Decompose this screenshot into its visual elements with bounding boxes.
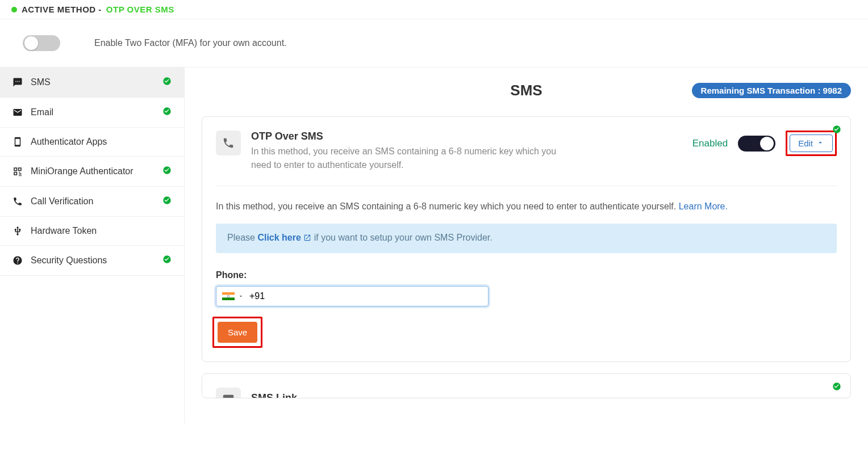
body-text-pre: In this method, you receive an SMS conta… — [216, 201, 679, 211]
edit-highlight: Edit — [786, 131, 837, 156]
learn-more-link[interactable]: Learn More. — [679, 201, 728, 211]
usb-icon — [12, 226, 23, 236]
sidebar-item-label: MiniOrange Authenticator — [31, 166, 133, 176]
caret-down-icon — [238, 291, 244, 301]
sidebar-item-call-verification[interactable]: Call Verification — [0, 187, 184, 217]
sidebar-item-label: Hardware Token — [31, 226, 97, 236]
phone-input-group[interactable] — [216, 286, 489, 306]
sidebar-item-sms[interactable]: SMS — [0, 68, 184, 98]
sidebar: SMS Email Authenticator Apps — [0, 68, 185, 424]
main-panel: SMS Remaining SMS Transaction : 9982 OTP… — [185, 68, 868, 424]
country-flag-select[interactable] — [222, 291, 244, 301]
sidebar-item-email[interactable]: Email — [0, 98, 184, 128]
method-description: In this method, you receive an SMS conta… — [251, 145, 569, 172]
phone-square-icon — [216, 131, 241, 155]
method-title: SMS Link — [251, 392, 837, 398]
enable-mfa-row: Enable Two Factor (MFA) for your own acc… — [0, 19, 868, 68]
sms-link-icon — [216, 388, 241, 398]
info-banner: Please Click here if you want to setup y… — [216, 224, 837, 253]
check-circle-icon — [832, 125, 841, 136]
content-area: SMS Email Authenticator Apps — [0, 68, 868, 424]
qr-icon — [12, 166, 23, 176]
sidebar-item-authenticator-apps[interactable]: Authenticator Apps — [0, 128, 184, 157]
svg-rect-6 — [222, 292, 235, 295]
edit-button[interactable]: Edit — [790, 134, 833, 152]
sidebar-item-label: Security Questions — [31, 255, 107, 266]
active-method-label: ACTIVE METHOD - — [22, 5, 102, 14]
method-body-text: In this method, you receive an SMS conta… — [216, 200, 837, 213]
save-button[interactable]: Save — [218, 322, 257, 343]
click-here-link[interactable]: Click here — [257, 233, 311, 242]
flag-india-icon — [222, 292, 235, 300]
save-highlight: Save — [212, 317, 262, 348]
active-method-value: OTP OVER SMS — [106, 5, 174, 14]
method-toggle[interactable] — [738, 136, 775, 152]
divider — [216, 186, 837, 186]
click-here-label: Click here — [257, 233, 303, 242]
enable-mfa-toggle[interactable] — [23, 35, 60, 51]
question-icon — [12, 255, 23, 266]
email-icon — [12, 107, 23, 117]
remaining-badge: Remaining SMS Transaction : 9982 — [692, 83, 851, 98]
banner-post: if you want to setup your own SMS Provid… — [311, 233, 492, 242]
check-circle-icon — [162, 77, 172, 88]
main-header: SMS Remaining SMS Transaction : 9982 — [202, 82, 851, 99]
check-circle-icon — [162, 166, 172, 177]
sidebar-item-security-questions[interactable]: Security Questions — [0, 246, 184, 276]
sidebar-item-label: Call Verification — [31, 196, 93, 207]
sidebar-item-label: SMS — [31, 77, 51, 87]
check-circle-icon — [162, 107, 172, 118]
top-bar: ACTIVE METHOD - OTP OVER SMS — [0, 0, 868, 19]
edit-button-label: Edit — [798, 138, 813, 148]
status-text: Enabled — [692, 138, 728, 149]
sms-icon — [12, 77, 23, 87]
check-circle-icon — [832, 382, 841, 393]
sidebar-item-label: Email — [31, 107, 53, 117]
sidebar-item-label: Authenticator Apps — [31, 137, 107, 147]
sidebar-item-miniorange[interactable]: MiniOrange Authenticator — [0, 157, 184, 187]
check-circle-icon — [162, 196, 172, 207]
check-circle-icon — [162, 255, 172, 266]
phone-label: Phone: — [216, 270, 837, 280]
svg-rect-8 — [222, 297, 235, 300]
sms-link-card: SMS Link — [202, 373, 851, 398]
call-icon — [12, 196, 23, 207]
page-title: SMS — [510, 82, 542, 99]
phone-input[interactable] — [249, 291, 482, 301]
method-title: OTP Over SMS — [251, 131, 682, 142]
sidebar-item-hardware-token[interactable]: Hardware Token — [0, 217, 184, 246]
enable-mfa-label: Enable Two Factor (MFA) for your own acc… — [94, 38, 287, 48]
otp-sms-card: OTP Over SMS In this method, you receive… — [202, 116, 851, 362]
status-dot-icon — [11, 7, 17, 12]
chevron-up-icon — [816, 138, 824, 148]
banner-pre: Please — [227, 233, 257, 242]
phone-icon — [12, 137, 23, 147]
external-link-icon — [303, 234, 311, 244]
